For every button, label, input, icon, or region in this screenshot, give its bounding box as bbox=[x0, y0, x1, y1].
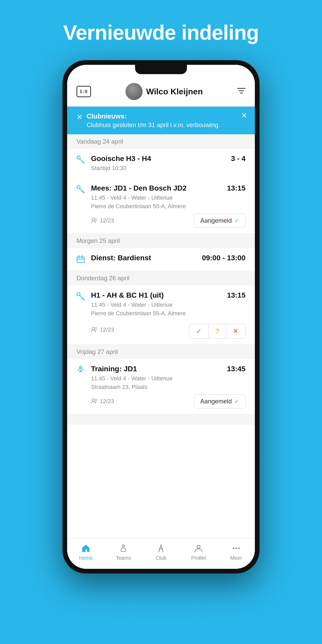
teams-icon bbox=[119, 544, 128, 553]
event-count: 12/23 bbox=[91, 398, 114, 405]
event-time: 09:00 - 13:00 bbox=[202, 254, 246, 262]
news-banner: ✕ Clubnieuws: Clubhuis gesloten t/m 31 a… bbox=[67, 107, 255, 134]
event-item: Training: JD1 13:45 11:45 - Veld 4 - Wat… bbox=[67, 359, 255, 414]
rsvp-no-button[interactable]: ✕ bbox=[226, 324, 245, 338]
event-details: 11:45 - Veld 4 - Water - Uittenue Straat… bbox=[91, 374, 246, 391]
event-title: Dienst: Bardienst bbox=[91, 254, 199, 262]
score-icon[interactable]: 1:0 bbox=[76, 86, 91, 97]
news-dismiss-icon[interactable]: ✕ bbox=[76, 113, 82, 121]
user-name: Wilco Kleijnen bbox=[146, 87, 203, 96]
rsvp-buttons: ✓ ? ✕ bbox=[189, 324, 246, 339]
club-icon bbox=[156, 544, 166, 553]
event-time: 13:15 bbox=[227, 291, 246, 299]
nav-label-profiel: Profiel bbox=[191, 555, 206, 561]
svg-rect-11 bbox=[77, 257, 84, 263]
news-close-icon[interactable]: ✕ bbox=[241, 111, 247, 120]
svg-point-27 bbox=[233, 548, 234, 549]
nav-label-meer: Meer bbox=[230, 555, 242, 561]
event-count: 12/23 bbox=[91, 217, 114, 224]
aangemeld-button[interactable]: Aangemeld ✓ bbox=[194, 214, 246, 228]
svg-point-9 bbox=[92, 218, 95, 221]
rsvp-maybe-button[interactable]: ? bbox=[209, 324, 226, 338]
event-item: H1 - AH & BC H1 (uit) 13:15 11:45 - Veld… bbox=[67, 285, 255, 345]
svg-point-19 bbox=[95, 327, 97, 330]
day-header-vandaag: Vandaag 24 april bbox=[67, 134, 255, 149]
notch bbox=[135, 65, 187, 74]
svg-line-24 bbox=[161, 545, 163, 552]
day-header-morgen: Morgen 25 april bbox=[67, 234, 255, 248]
news-body: Clubhuis gesloten t/m 31 april i.v.m. ve… bbox=[87, 121, 243, 129]
event-item: Mees: JD1 - Den Bosch JD2 13:15 11:45 - … bbox=[67, 178, 255, 234]
training-icon bbox=[76, 366, 86, 376]
event-details: 11:45 - Veld 4 - Water - Uittenue Pierre… bbox=[91, 300, 246, 318]
schedule: Vandaag 24 april Gooische H3 - H4 3 - 4 … bbox=[67, 134, 255, 538]
event-item: Gooische H3 - H4 3 - 4 Starttijd 10:30 bbox=[67, 149, 255, 178]
svg-point-28 bbox=[235, 548, 237, 549]
svg-point-18 bbox=[92, 327, 95, 330]
nav-item-club[interactable]: Club bbox=[142, 544, 180, 561]
day-header-vrijdag: Vrijdag 27 april bbox=[67, 345, 255, 359]
event-subtitle: Starttijd 10:30 bbox=[91, 164, 246, 172]
event-title: Gooische H3 - H4 bbox=[91, 155, 228, 163]
svg-point-21 bbox=[92, 399, 95, 401]
event-score: 3 - 4 bbox=[231, 155, 246, 163]
hockey-icon bbox=[76, 156, 86, 166]
hockey-icon bbox=[76, 292, 86, 302]
svg-line-23 bbox=[159, 545, 161, 552]
nav-item-home[interactable]: Home bbox=[67, 544, 105, 561]
duty-icon bbox=[76, 255, 86, 265]
rsvp-yes-button[interactable]: ✓ bbox=[189, 324, 209, 338]
event-title: Mees: JD1 - Den Bosch JD2 bbox=[91, 184, 224, 192]
day-header-donderdag: Donderdag 26 april bbox=[67, 271, 255, 285]
event-time: 13:15 bbox=[227, 184, 246, 192]
news-title: Clubnieuws: bbox=[87, 112, 243, 120]
nav-label-home: Home bbox=[79, 555, 93, 561]
phone-shell: 1:0 Wilco Kleijnen ✕ Clubnieuws: bbox=[62, 60, 260, 573]
event-item: Dienst: Bardienst 09:00 - 13:00 bbox=[67, 248, 255, 271]
aangemeld-button[interactable]: Aangemeld ✓ bbox=[194, 394, 246, 408]
page-title: Vernieuwde indeling bbox=[63, 21, 259, 45]
profiel-icon bbox=[194, 544, 203, 553]
event-details: 11:45 - Veld 4 - Water - Uittenue Pierre… bbox=[91, 193, 246, 211]
event-count: 12/23 bbox=[91, 326, 114, 333]
home-icon bbox=[81, 544, 90, 553]
nav-label-club: Club bbox=[156, 555, 166, 561]
nav-label-teams: Teams bbox=[116, 555, 131, 561]
event-title: Training: JD1 bbox=[91, 365, 224, 373]
nav-item-teams[interactable]: Teams bbox=[105, 544, 142, 561]
nav-item-profiel[interactable]: Profiel bbox=[180, 544, 217, 561]
meer-icon bbox=[232, 544, 241, 553]
hockey-icon bbox=[76, 185, 86, 195]
filter-icon[interactable] bbox=[237, 87, 246, 96]
svg-point-29 bbox=[238, 548, 240, 549]
event-time: 13:45 bbox=[227, 365, 246, 373]
bottom-nav: Home Teams Club bbox=[67, 538, 255, 569]
svg-point-10 bbox=[95, 218, 97, 220]
event-title: H1 - AH & BC H1 (uit) bbox=[91, 291, 224, 299]
svg-point-26 bbox=[197, 545, 200, 548]
nav-item-meer[interactable]: Meer bbox=[217, 544, 255, 561]
avatar bbox=[125, 83, 143, 100]
svg-point-22 bbox=[95, 399, 97, 401]
